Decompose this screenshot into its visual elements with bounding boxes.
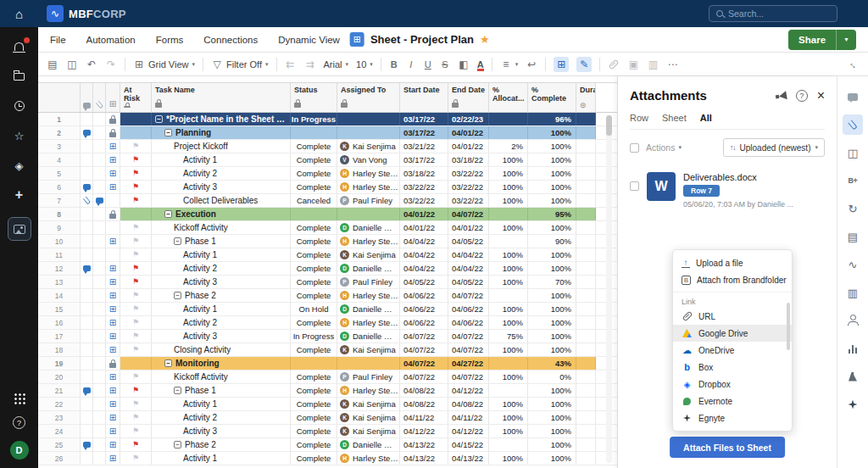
cell-task-name[interactable]: −Phase 1 <box>152 384 291 397</box>
row-number[interactable]: 22 <box>38 398 81 410</box>
row-badge[interactable]: Row 7 <box>683 185 720 197</box>
cell-start-date[interactable]: 03/21/22 <box>400 140 448 153</box>
row-indicator-cell[interactable] <box>81 303 93 315</box>
cell-status[interactable]: Complete <box>291 411 337 424</box>
cell-assigned-to[interactable]: KKai Senjima <box>337 248 400 261</box>
row-number[interactable]: 13 <box>38 276 81 288</box>
rowlink-icon[interactable]: ⊞ <box>109 454 116 463</box>
home-icon[interactable]: ⌂ <box>0 7 38 21</box>
cell-percent-allocated[interactable] <box>489 113 528 125</box>
cell-task-name[interactable]: Activity 1 <box>152 303 291 315</box>
row-indicator-cell[interactable] <box>81 438 93 451</box>
cell-at-risk[interactable]: ⚑ <box>120 194 152 207</box>
cell-at-risk[interactable]: ⚑ <box>120 248 152 261</box>
font-selector[interactable]: Arial▾ <box>324 59 349 70</box>
row-number[interactable]: 24 <box>38 425 81 437</box>
rowlink-icon[interactable]: ⊞ <box>109 387 116 395</box>
cell-duration[interactable] <box>576 126 596 139</box>
row-indicator-cell[interactable]: ⊞ <box>106 181 120 193</box>
cell-percent-allocated[interactable]: 100% <box>489 370 528 383</box>
cell-percent-complete[interactable]: 100% <box>528 411 576 424</box>
row-indicator-cell[interactable]: ⊞ <box>106 343 120 356</box>
cell-assigned-to[interactable]: KKai Senjima <box>337 343 400 356</box>
cell-at-risk[interactable]: ⚑ <box>120 235 152 248</box>
at-risk-flag-icon[interactable]: ⚑ <box>132 142 139 150</box>
cell-start-date[interactable]: 04/04/22 <box>400 262 448 275</box>
file-icon[interactable]: ▤ <box>47 58 58 70</box>
cell-start-date[interactable]: 04/08/22 <box>400 384 448 397</box>
cell-percent-allocated[interactable]: 100% <box>489 221 528 234</box>
cell-status[interactable]: Complete <box>291 276 337 288</box>
cell-at-risk[interactable]: ⚑ <box>120 167 152 180</box>
cell-at-risk[interactable]: ⚑ <box>120 276 152 288</box>
cell-start-date[interactable]: 04/01/22 <box>400 221 448 234</box>
cell-assigned-to[interactable] <box>337 357 400 370</box>
row-indicator-cell[interactable] <box>93 113 106 125</box>
row-number[interactable]: 15 <box>38 303 81 315</box>
cell-end-date[interactable]: 04/07/22 <box>448 343 489 356</box>
comment-icon[interactable] <box>83 265 91 271</box>
row-indicator-cell[interactable] <box>81 262 93 275</box>
at-risk-flag-icon[interactable]: ⚑ <box>132 278 139 286</box>
rowlink-icon[interactable]: ⊞ <box>109 305 116 314</box>
cell-assigned-to[interactable]: KKai Senjima <box>337 140 400 153</box>
row-indicator-cell[interactable]: ⊞ <box>106 316 120 329</box>
menu-item-box[interactable]: bBox <box>673 359 792 376</box>
cell-status[interactable]: Complete <box>291 289 337 302</box>
column-header-start-date[interactable]: Start Date <box>400 83 448 112</box>
comment-column-header[interactable] <box>81 83 93 112</box>
row-number[interactable]: 11 <box>38 248 81 261</box>
cell-status[interactable]: Complete <box>291 425 337 437</box>
row-indicator-cell[interactable] <box>81 357 93 370</box>
cell-duration[interactable] <box>576 235 596 248</box>
column-header-assigned-to[interactable]: Assigned To <box>337 83 400 112</box>
cell-task-name[interactable]: Activity 2 <box>152 316 291 329</box>
attachment-list-item[interactable]: W Deliverables.docx Row 7 05/06/20, 7:03… <box>630 172 825 209</box>
row-indicator-cell[interactable]: ⊞ <box>106 276 120 288</box>
cell-at-risk[interactable]: ⚑ <box>120 153 152 166</box>
cell-at-risk[interactable]: ⚑ <box>120 452 152 465</box>
clock-icon[interactable] <box>12 98 27 114</box>
row-number[interactable]: 16 <box>38 316 81 329</box>
align-selector[interactable]: ≡▾ <box>500 58 519 70</box>
row-indicator-cell[interactable] <box>81 330 93 343</box>
cell-percent-allocated[interactable]: 100% <box>489 343 528 356</box>
cell-status[interactable]: Complete <box>291 248 337 261</box>
filter-selector[interactable]: ▽Filter Off▾ <box>211 58 269 70</box>
cell-duration[interactable] <box>576 140 596 153</box>
rowlink-icon[interactable]: ⊞ <box>109 237 116 246</box>
cell-status[interactable]: In Progress <box>291 330 337 343</box>
publish-icon[interactable]: ▤ <box>843 226 863 247</box>
cell-end-date[interactable]: 04/27/22 <box>448 357 489 370</box>
cell-percent-complete[interactable]: 100% <box>528 316 576 329</box>
cell-assigned-to[interactable]: HHarley Sterling <box>337 289 400 302</box>
cell-percent-allocated[interactable]: 100% <box>489 398 528 410</box>
flask-icon[interactable] <box>843 366 863 387</box>
column-options-icon[interactable]: ⊙ <box>580 101 587 109</box>
underline-icon[interactable]: U <box>423 59 433 70</box>
cell-end-date[interactable]: 04/07/22 <box>448 208 489 220</box>
person-icon[interactable] <box>843 310 863 331</box>
cell-end-date[interactable]: 04/11/22 <box>448 411 489 424</box>
cell-status[interactable]: Complete <box>291 438 337 451</box>
scrollbar-thumb[interactable] <box>606 115 612 136</box>
row-indicator-cell[interactable] <box>81 221 93 234</box>
cell-status[interactable]: Complete <box>291 316 337 329</box>
cell-status[interactable]: Canceled <box>291 194 337 207</box>
row-indicator-cell[interactable] <box>81 452 93 465</box>
tab-sheet[interactable]: Sheet <box>662 113 687 123</box>
cell-task-name[interactable]: −*Project Name in the Sheet Summary* <box>152 113 291 125</box>
row-indicator-cell[interactable]: ⊞ <box>106 303 120 315</box>
attachment-checkbox[interactable] <box>630 181 639 191</box>
row-indicator-cell[interactable] <box>93 316 106 329</box>
column-header-percent-allocated[interactable]: % Allocat... <box>489 83 528 112</box>
cell-at-risk[interactable]: ⚑ <box>120 438 152 451</box>
cell-percent-complete[interactable]: 90% <box>528 235 576 248</box>
rowlink-icon[interactable]: ⊞ <box>109 265 116 273</box>
cell-status[interactable]: Complete <box>291 452 337 465</box>
cell-at-risk[interactable]: ⚑ <box>120 303 152 315</box>
cell-end-date[interactable]: 03/22/22 <box>448 181 489 193</box>
at-risk-flag-icon[interactable]: ⚑ <box>132 292 139 299</box>
rowlink-icon[interactable]: ⊞ <box>109 170 116 178</box>
cell-at-risk[interactable] <box>120 126 152 139</box>
